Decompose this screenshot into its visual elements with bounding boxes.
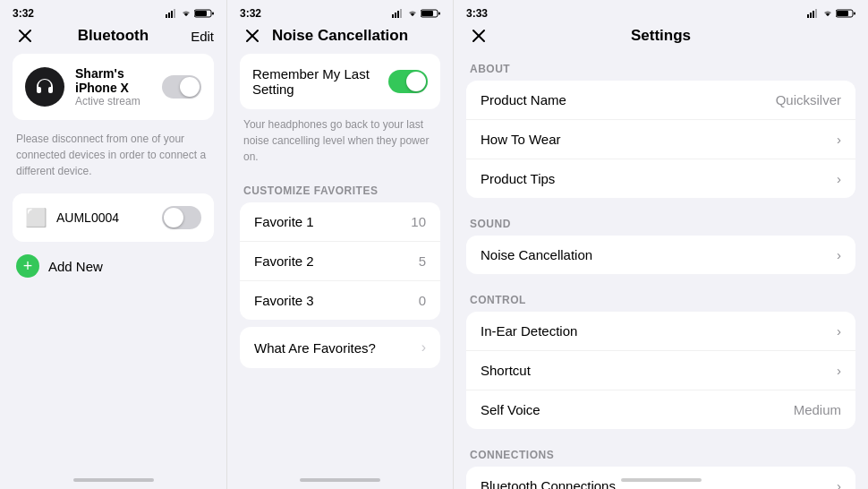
svg-rect-11 [397,11,399,18]
available-device-card: ⬜ AUML0004 [13,193,214,242]
favorite-row-2[interactable]: Favorite 2 5 [240,242,440,281]
remember-setting-row: Remember My Last Setting [240,54,440,109]
add-new-section[interactable]: + Add New [0,242,226,290]
time-3: 3:33 [466,7,488,20]
svg-rect-18 [807,14,809,18]
device-name: Sharm's iPhone X [75,66,151,95]
signal-icon-2 [392,9,404,18]
disconnect-text: Please disconnect from one of your conne… [0,131,226,193]
wifi-icon-3 [822,9,833,18]
svg-rect-21 [815,9,817,18]
sound-header: SOUND [466,209,855,236]
control-header: CONTROL [466,285,855,312]
battery-icon-2 [421,9,440,18]
device-info: Sharm's iPhone X Active stream [75,66,151,107]
toggle-knob-remember [406,72,426,91]
in-ear-detection-row[interactable]: In-Ear Detection › [466,312,855,351]
about-card: Product Name Quicksilver How To Wear › P… [466,81,855,198]
noise-title: Noise Cancellation [272,27,408,45]
self-voice-label: Self Voice [481,402,540,417]
svg-rect-6 [212,13,214,15]
favorite-1-label: Favorite 1 [254,214,314,229]
noise-cancellation-panel: 3:32 Noise Cancellation Remember My Last… [226,0,453,489]
svg-rect-10 [395,13,396,18]
in-ear-detection-label: In-Ear Detection [481,323,577,339]
product-name-label: Product Name [481,92,566,107]
sound-card: Noise Cancellation › [466,236,855,274]
svg-rect-19 [810,13,812,18]
favorite-2-label: Favorite 2 [254,253,314,269]
wifi-icon-2 [407,9,418,18]
noise-header: Noise Cancellation [227,23,453,54]
add-icon: + [16,254,39,278]
customize-favorites-header: CUSTOMIZE FAVORITES [227,177,453,202]
device-code: AUML0004 [56,210,162,225]
battery-icon [194,9,214,18]
product-name-row: Product Name Quicksilver [466,81,855,120]
how-to-wear-row[interactable]: How To Wear › [466,120,855,159]
headphones-icon [34,76,55,98]
settings-panel: 3:33 Settings ABOUT Product Name Quicksi… [453,0,868,489]
control-section: CONTROL In-Ear Detection › Shortcut › Se… [466,285,855,436]
remember-toggle[interactable] [388,70,428,93]
toggle-knob [180,77,200,97]
bluetooth-panel: 3:32 Bluetooth Edit Sharm's iPhone X Act… [0,0,226,489]
settings-title: Settings [631,27,691,45]
bluetooth-header: Bluetooth Edit [0,23,226,54]
signal-icon [166,9,178,18]
svg-rect-5 [195,11,207,16]
bottom-indicator-3 [621,478,702,482]
shortcut-row[interactable]: Shortcut › [466,351,855,390]
svg-rect-23 [837,11,848,16]
self-voice-value: Medium [794,402,841,417]
product-tips-label: Product Tips [481,171,555,186]
remember-label: Remember My Last Setting [252,66,388,97]
settings-back-icon [472,29,486,43]
in-ear-detection-chevron: › [837,323,841,339]
about-header: ABOUT [466,54,855,81]
favorite-3-label: Favorite 3 [254,293,314,308]
product-tips-row[interactable]: Product Tips › [466,159,855,198]
available-device-toggle[interactable] [162,206,201,229]
laptop-icon: ⬜ [25,207,47,228]
self-voice-row[interactable]: Self Voice Medium [466,390,855,429]
toggle-knob-2 [164,208,183,227]
favorites-card: Favorite 1 10 Favorite 2 5 Favorite 3 0 [240,202,440,320]
status-bar-1: 3:32 [0,0,226,23]
bottom-indicator-2 [300,478,380,482]
favorite-1-value: 10 [411,214,426,229]
svg-rect-12 [400,9,402,18]
noise-cancellation-label: Noise Cancellation [481,247,592,262]
noise-back-button[interactable] [240,23,265,48]
bluetooth-connections-chevron: › [837,478,841,489]
connections-header: CONNECTIONS [466,440,855,467]
device-toggle[interactable] [162,75,201,99]
signal-icon-3 [807,9,820,18]
connected-device-card: Sharm's iPhone X Active stream [13,54,214,120]
shortcut-label: Shortcut [481,363,531,378]
noise-cancellation-row[interactable]: Noise Cancellation › [466,236,855,274]
control-card: In-Ear Detection › Shortcut › Self Voice… [466,312,855,429]
device-status: Active stream [75,95,151,107]
bluetooth-close-button[interactable] [13,23,38,48]
status-icons-1 [166,9,214,18]
edit-button[interactable]: Edit [191,29,214,44]
svg-rect-24 [854,13,855,15]
bluetooth-title: Bluetooth [78,27,149,45]
about-section: ABOUT Product Name Quicksilver How To We… [466,54,855,205]
what-are-favorites-row[interactable]: What Are Favorites? › [240,327,440,368]
svg-rect-20 [813,11,814,18]
device-icon [25,67,64,107]
product-name-value: Quicksilver [776,92,841,107]
svg-rect-14 [421,11,433,16]
favorite-row-1[interactable]: Favorite 1 10 [240,202,440,242]
settings-back-button[interactable] [466,23,491,48]
svg-rect-3 [174,9,175,18]
svg-rect-1 [168,13,170,18]
settings-header: Settings [454,23,868,54]
favorite-row-3[interactable]: Favorite 3 0 [240,281,440,320]
svg-rect-15 [438,13,440,15]
noise-cancellation-chevron: › [837,247,841,262]
bottom-indicator [73,478,154,482]
back-icon [245,29,260,43]
